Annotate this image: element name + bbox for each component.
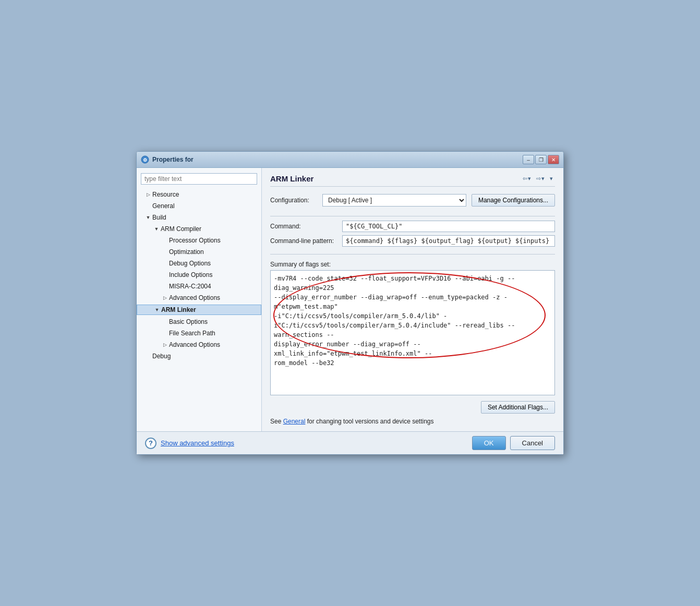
title-bar-left: ⚙ Properties for (141, 155, 194, 164)
panel-header: ARM Linker ⇦ ▾ ⇨ ▾ ▾ (270, 174, 555, 187)
tree-item-arm-linker[interactable]: ▼ ARM Linker (137, 304, 261, 316)
tree-label-file-search-path: File Search Path (169, 330, 215, 337)
tree-label-debug-options: Debug Options (169, 260, 211, 267)
tree-item-file-search-path[interactable]: File Search Path (137, 328, 261, 339)
tree-label-arm-linker: ARM Linker (161, 306, 196, 313)
tree-label-advanced-options-2: Advanced Options (169, 341, 220, 348)
expand-icon-misra-c (162, 283, 168, 289)
expand-icon-arm-compiler: ▼ (153, 226, 160, 232)
bottom-right: OK Cancel (472, 436, 555, 450)
dialog-title: Properties for (152, 156, 194, 163)
tree-item-debug[interactable]: Debug (137, 350, 261, 362)
tree-label-basic-options: Basic Options (169, 318, 208, 325)
nav-buttons: ⇦ ▾ ⇨ ▾ ▾ (521, 174, 555, 183)
forward-dropdown[interactable]: ▾ (541, 175, 545, 182)
tree-label-general: General (152, 202, 175, 210)
restore-button[interactable]: ❐ (535, 155, 547, 164)
menu-dropdown[interactable]: ▾ (548, 174, 555, 183)
tree-item-advanced-options-1[interactable]: ▷ Advanced Options (137, 292, 261, 304)
set-additional-flags-button[interactable]: Set Additional Flags... (481, 401, 555, 414)
tree-item-processor-options[interactable]: Processor Options (137, 235, 261, 246)
expand-icon-debug-options (162, 260, 168, 266)
close-button[interactable]: ✕ (548, 155, 559, 164)
general-link[interactable]: General (283, 418, 306, 425)
tree-label-optimization: Optimization (169, 248, 204, 256)
bottom-bar: ? Show advanced settings OK Cancel (137, 431, 563, 454)
command-line-input[interactable] (342, 235, 555, 247)
tree-item-include-options[interactable]: Include Options (137, 269, 261, 281)
tree-item-general[interactable]: General (137, 200, 261, 212)
summary-textarea[interactable] (270, 270, 555, 395)
forward-button[interactable]: ⇨ ▾ (534, 174, 547, 183)
general-note: See General for changing tool versions a… (270, 418, 555, 425)
minimize-button[interactable]: – (523, 155, 534, 164)
help-icon[interactable]: ? (145, 438, 156, 449)
tree-label-misra-c: MISRA-C:2004 (169, 283, 211, 290)
expand-icon-debug (145, 353, 151, 359)
expand-icon-general (145, 203, 151, 209)
left-panel: ▷ Resource General ▼ Build ▼ ARM (137, 168, 262, 431)
set-flags-row: Set Additional Flags... (270, 401, 555, 414)
svg-text:⚙: ⚙ (143, 157, 147, 163)
expand-icon-file-search-path (162, 330, 168, 336)
configuration-row: Configuration: Debug [ Active ] Manage C… (270, 194, 555, 207)
command-line-row: Command-line pattern: (270, 235, 555, 247)
tree-item-misra-c[interactable]: MISRA-C:2004 (137, 281, 261, 292)
back-dropdown[interactable]: ▾ (528, 175, 531, 182)
expand-icon-optimization (162, 249, 168, 255)
expand-icon-resource: ▷ (145, 191, 151, 198)
tree-label-processor-options: Processor Options (169, 237, 221, 244)
dialog-body: ▷ Resource General ▼ Build ▼ ARM (137, 168, 563, 431)
tree-label-include-options: Include Options (169, 271, 212, 278)
manage-configurations-button[interactable]: Manage Configurations... (472, 194, 555, 207)
tree-item-debug-options[interactable]: Debug Options (137, 258, 261, 269)
summary-area-wrapper (270, 270, 555, 397)
tree-item-basic-options[interactable]: Basic Options (137, 316, 261, 328)
command-label: Command: (270, 223, 338, 230)
tree-item-arm-compiler[interactable]: ▼ ARM Compiler (137, 223, 261, 235)
tree-item-optimization[interactable]: Optimization (137, 246, 261, 258)
panel-title: ARM Linker (270, 174, 313, 183)
tree-label-resource: Resource (152, 191, 179, 198)
configuration-label: Configuration: (270, 197, 317, 204)
expand-icon-basic-options (162, 319, 168, 325)
tree-label-build: Build (152, 214, 166, 221)
configuration-select[interactable]: Debug [ Active ] (322, 194, 466, 207)
back-button[interactable]: ⇦ ▾ (521, 174, 533, 183)
show-advanced-settings-link[interactable]: Show advanced settings (161, 439, 234, 447)
tree-label-advanced-options-1: Advanced Options (169, 294, 220, 301)
expand-icon-advanced-options-1: ▷ (162, 295, 168, 301)
section-divider-2 (270, 254, 555, 254)
tree-item-resource[interactable]: ▷ Resource (137, 189, 261, 200)
summary-label: Summary of flags set: (270, 261, 555, 268)
bottom-left: ? Show advanced settings (145, 438, 234, 449)
command-input[interactable] (342, 221, 555, 232)
expand-icon-processor-options (162, 237, 168, 244)
title-bar-buttons: – ❐ ✕ (523, 155, 559, 164)
expand-icon-include-options (162, 272, 168, 278)
section-divider-1 (270, 216, 555, 216)
expand-icon-advanced-options-2: ▷ (162, 342, 168, 348)
command-row: Command: (270, 221, 555, 232)
properties-dialog: ⚙ Properties for – ❐ ✕ ▷ Resource (136, 151, 564, 455)
tree-label-arm-compiler: ARM Compiler (161, 225, 201, 233)
tree-label-debug: Debug (152, 353, 171, 360)
filter-input[interactable] (141, 173, 257, 185)
cancel-button[interactable]: Cancel (510, 436, 555, 450)
tree-item-build[interactable]: ▼ Build (137, 212, 261, 223)
title-bar: ⚙ Properties for – ❐ ✕ (137, 152, 563, 168)
right-panel: ARM Linker ⇦ ▾ ⇨ ▾ ▾ Configuration: Debu… (262, 168, 563, 431)
expand-icon-arm-linker: ▼ (154, 307, 160, 313)
tree-item-advanced-options-2[interactable]: ▷ Advanced Options (137, 339, 261, 350)
dialog-icon: ⚙ (141, 155, 149, 164)
command-line-label: Command-line pattern: (270, 237, 338, 245)
expand-icon-build: ▼ (145, 214, 151, 221)
ok-button[interactable]: OK (472, 436, 506, 450)
